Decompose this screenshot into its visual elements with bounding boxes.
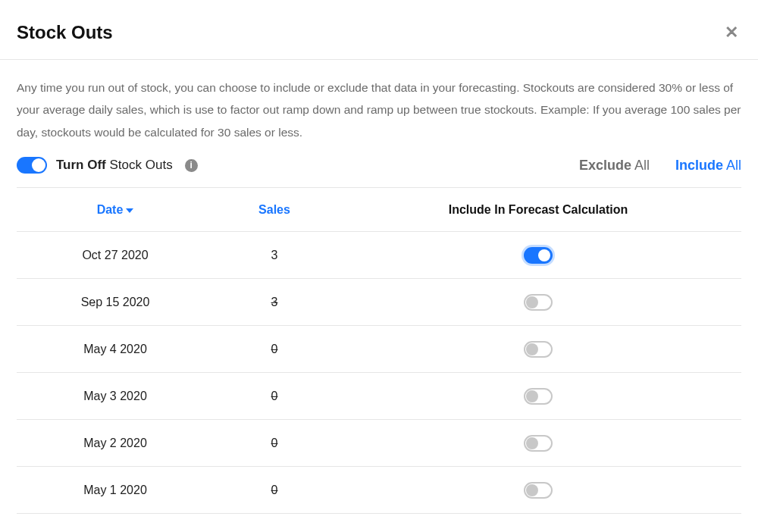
include-toggle[interactable] — [524, 482, 553, 499]
include-toggle-knob — [526, 390, 538, 402]
master-toggle[interactable] — [17, 157, 47, 174]
bulk-actions: Exclude All Include All — [579, 158, 741, 174]
cell-include — [335, 482, 741, 499]
cell-sales: 0 — [214, 437, 335, 450]
master-toggle-label-bold: Turn Off — [56, 158, 106, 172]
close-icon[interactable]: ✕ — [722, 21, 741, 44]
master-toggle-knob — [32, 158, 45, 172]
control-bar: Turn Off Stock Outs i Exclude All Includ… — [0, 154, 758, 187]
cell-sales: 0 — [214, 390, 335, 403]
cell-sales: 0 — [214, 343, 335, 356]
include-toggle[interactable] — [524, 247, 553, 264]
stockouts-table: Date Sales Include In Forecast Calculati… — [17, 187, 741, 514]
cell-sales: 3 — [214, 249, 335, 262]
table-row: May 2 20200 — [17, 420, 741, 467]
include-toggle-knob — [538, 249, 550, 261]
description-text: Any time you run out of stock, you can c… — [0, 60, 758, 154]
cell-date: May 4 2020 — [17, 343, 214, 356]
include-toggle-knob — [526, 296, 538, 308]
cell-include — [335, 435, 741, 452]
table-row: Sep 15 20203 — [17, 279, 741, 326]
master-toggle-group: Turn Off Stock Outs i — [17, 157, 198, 174]
table-row: May 1 20200 — [17, 467, 741, 514]
include-toggle-knob — [526, 437, 538, 449]
table-row: May 4 20200 — [17, 326, 741, 373]
include-toggle[interactable] — [524, 341, 553, 358]
cell-date: Sep 15 2020 — [17, 296, 214, 309]
cell-date: May 3 2020 — [17, 390, 214, 403]
col-header-date[interactable]: Date — [17, 203, 214, 217]
table-row: May 3 20200 — [17, 373, 741, 420]
master-toggle-label-rest: Stock Outs — [106, 158, 173, 172]
modal-header: Stock Outs ✕ — [0, 0, 758, 60]
include-toggle-knob — [526, 484, 538, 496]
sort-caret-down-icon — [126, 208, 133, 213]
exclude-all-button[interactable]: Exclude All — [579, 158, 650, 174]
modal-title: Stock Outs — [17, 22, 113, 43]
cell-include — [335, 388, 741, 405]
info-icon[interactable]: i — [185, 159, 198, 172]
master-toggle-label: Turn Off Stock Outs — [56, 158, 173, 173]
cell-include — [335, 294, 741, 311]
cell-date: May 1 2020 — [17, 483, 214, 497]
cell-include — [335, 247, 741, 264]
cell-sales: 3 — [214, 296, 335, 309]
include-toggle[interactable] — [524, 435, 553, 452]
table-row: Oct 27 20203 — [17, 232, 741, 279]
include-all-button[interactable]: Include All — [675, 158, 741, 174]
include-toggle-knob — [526, 343, 538, 355]
include-toggle[interactable] — [524, 388, 553, 405]
cell-date: May 2 2020 — [17, 437, 214, 450]
include-toggle[interactable] — [524, 294, 553, 311]
cell-include — [335, 341, 741, 358]
col-header-include: Include In Forecast Calculation — [335, 203, 741, 217]
cell-sales: 0 — [214, 483, 335, 497]
stock-outs-modal: Stock Outs ✕ Any time you run out of sto… — [0, 0, 758, 514]
cell-date: Oct 27 2020 — [17, 249, 214, 262]
table-header-row: Date Sales Include In Forecast Calculati… — [17, 188, 741, 232]
col-header-sales[interactable]: Sales — [214, 203, 335, 217]
